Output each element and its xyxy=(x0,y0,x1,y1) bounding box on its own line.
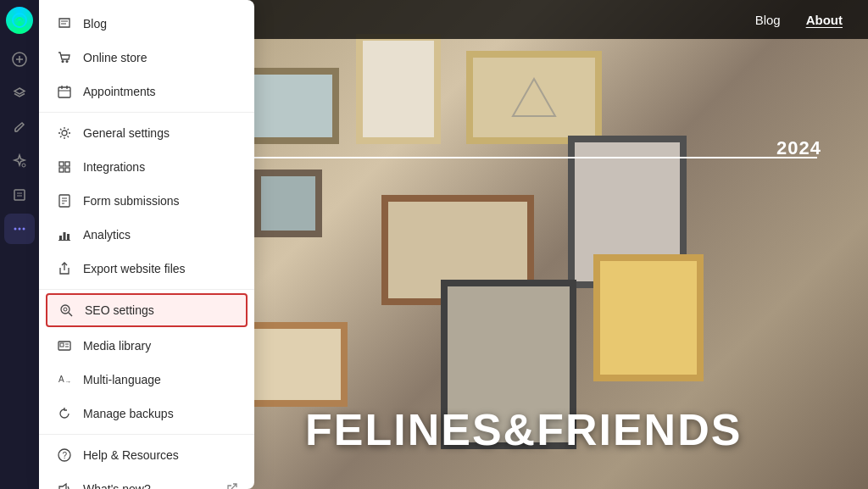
menu-item-label-manage-backups: Manage backups xyxy=(83,407,174,420)
svg-marker-5 xyxy=(14,88,25,94)
year-label: 2024 xyxy=(776,137,821,159)
blog-icon xyxy=(56,15,73,32)
sidebar-logo[interactable] xyxy=(6,7,33,34)
svg-text:A: A xyxy=(58,375,64,384)
sidebar xyxy=(0,0,39,489)
media-icon xyxy=(56,337,73,354)
speaker-icon xyxy=(56,481,73,489)
svg-text:→: → xyxy=(64,378,71,386)
svg-text:?: ? xyxy=(63,451,68,460)
menu-item-blog[interactable]: Blog xyxy=(39,7,254,41)
menu-item-label-whats-new: What's new? xyxy=(83,482,151,489)
svg-rect-39 xyxy=(60,343,64,347)
svg-point-35 xyxy=(61,305,70,314)
menu-item-label-help: Help & Resources xyxy=(83,448,179,462)
menu-item-label-integrations: Integrations xyxy=(83,160,145,174)
svg-rect-31 xyxy=(64,232,66,240)
svg-rect-7 xyxy=(14,190,25,200)
menu-item-label-media-library: Media library xyxy=(83,339,151,353)
menu-divider xyxy=(39,434,254,435)
menu-item-label-multi-language: Multi-language xyxy=(83,373,161,386)
pages-icon[interactable] xyxy=(4,180,35,210)
svg-rect-24 xyxy=(59,168,64,172)
menu-item-label-export: Export website files xyxy=(83,262,186,275)
svg-point-21 xyxy=(62,131,67,136)
svg-rect-23 xyxy=(65,162,70,166)
svg-marker-0 xyxy=(513,79,555,116)
add-icon[interactable] xyxy=(4,44,35,75)
help-icon: ? xyxy=(56,447,73,464)
svg-rect-32 xyxy=(67,234,70,240)
calendar-icon xyxy=(56,83,73,100)
menu-item-whats-new[interactable]: What's new? xyxy=(39,472,254,489)
svg-rect-22 xyxy=(59,162,64,166)
menu-item-online-store[interactable]: Online store xyxy=(39,41,254,75)
gear-icon xyxy=(56,125,73,142)
menu-item-multi-language[interactable]: A→Multi-language xyxy=(39,363,254,397)
svg-line-36 xyxy=(69,313,72,316)
menu-divider xyxy=(39,112,254,113)
svg-rect-25 xyxy=(65,168,70,172)
more-icon[interactable] xyxy=(4,214,35,244)
svg-point-11 xyxy=(19,228,21,231)
external-link-icon xyxy=(227,483,237,490)
ai-icon[interactable] xyxy=(4,146,35,176)
menu-item-label-general-settings: General settings xyxy=(83,126,170,140)
menu-item-manage-backups[interactable]: Manage backups xyxy=(39,397,254,431)
hero-title: FELINES&FRIENDS xyxy=(305,404,742,455)
seo-icon xyxy=(58,302,75,319)
export-icon xyxy=(56,260,73,277)
menu-item-appointments[interactable]: Appointments xyxy=(39,75,254,108)
menu-item-label-analytics: Analytics xyxy=(83,228,131,242)
menu-item-label-appointments: Appointments xyxy=(83,85,156,98)
frame-2 xyxy=(356,34,441,144)
menu-item-form-submissions[interactable]: Form submissions xyxy=(39,184,254,218)
frame-9 xyxy=(593,254,704,381)
svg-point-6 xyxy=(22,164,25,167)
menu-item-label-form-submissions: Form submissions xyxy=(83,194,180,208)
svg-point-37 xyxy=(64,308,67,311)
layers-icon[interactable] xyxy=(4,78,35,108)
menu-item-export[interactable]: Export website files xyxy=(39,252,254,286)
svg-rect-17 xyxy=(58,87,70,97)
menu-item-integrations[interactable]: Integrations xyxy=(39,150,254,184)
form-icon xyxy=(56,192,73,209)
menu-divider xyxy=(39,289,254,290)
svg-point-1 xyxy=(13,14,26,27)
menu-item-label-online-store: Online store xyxy=(83,51,147,64)
menu-item-label-seo-settings: SEO settings xyxy=(85,303,154,317)
svg-point-15 xyxy=(62,60,64,63)
nav-blog[interactable]: Blog xyxy=(755,13,781,27)
backup-icon xyxy=(56,405,73,422)
svg-point-12 xyxy=(23,228,25,231)
dropdown-menu: BlogOnline storeAppointmentsGeneral sett… xyxy=(39,0,254,489)
menu-item-general-settings[interactable]: General settings xyxy=(39,116,254,150)
frame-3 xyxy=(466,51,602,144)
svg-point-16 xyxy=(66,60,69,63)
menu-item-seo-settings[interactable]: SEO settings xyxy=(46,293,248,327)
menu-item-media-library[interactable]: Media library xyxy=(39,329,254,363)
svg-rect-30 xyxy=(59,236,62,240)
frame-4 xyxy=(254,169,322,237)
horizontal-line xyxy=(254,157,817,158)
nav-about[interactable]: About xyxy=(806,13,843,27)
svg-point-10 xyxy=(14,228,17,231)
translate-icon: A→ xyxy=(56,371,73,388)
paint-icon[interactable] xyxy=(4,112,35,142)
menu-item-help[interactable]: ?Help & Resources xyxy=(39,438,254,472)
menu-item-label-blog: Blog xyxy=(83,17,107,31)
menu-item-analytics[interactable]: Analytics xyxy=(39,218,254,252)
cart-icon xyxy=(56,49,73,66)
grid-icon xyxy=(56,158,73,175)
chart-icon xyxy=(56,226,73,243)
